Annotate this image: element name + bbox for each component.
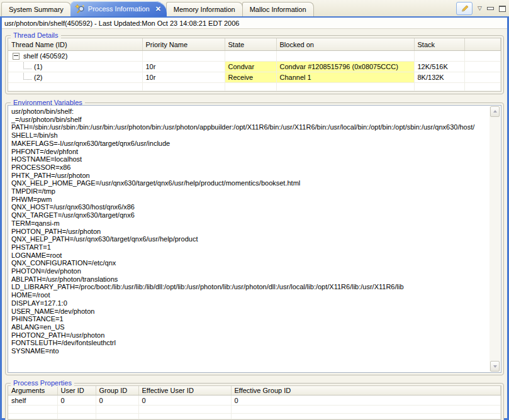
thread-stack[interactable]: 8K/132K bbox=[414, 72, 464, 83]
process-title-bar: usr/photon/bin/shelf(450592) - Last Upda… bbox=[2, 18, 507, 29]
table-row-thread-2[interactable]: (2) 10r Receive Channel 1 8K/132K bbox=[8, 72, 501, 83]
properties-table-header: Arguments User ID Group ID Effective Use… bbox=[8, 386, 501, 395]
thread-priority[interactable]: 10r bbox=[142, 72, 225, 83]
tab-label: Process Information bbox=[88, 5, 150, 13]
tab-process-information[interactable]: Process Information ✕ bbox=[70, 1, 167, 16]
thread-blocked-on[interactable]: Condvar #1208515796 (0x08075CCC) bbox=[276, 62, 414, 72]
prop-arguments[interactable]: shelf bbox=[8, 395, 57, 406]
table-row-properties[interactable]: shelf 0 0 0 0 bbox=[8, 395, 501, 406]
thread-blocked-on[interactable]: Channel 1 bbox=[276, 72, 414, 83]
maximize-icon[interactable] bbox=[499, 6, 506, 12]
thread-details-table: Thread Name (ID) Priority Name State Blo… bbox=[8, 38, 501, 91]
view-tab-bar: System Summary Process Information ✕ Mem… bbox=[0, 0, 509, 16]
col-state[interactable]: State bbox=[225, 38, 276, 51]
tab-system-summary[interactable]: System Summary bbox=[1, 2, 71, 16]
view-menu-icon[interactable]: ▽ bbox=[478, 6, 482, 11]
thread-details-group: Thread Details Thread Name (ID) Priority… bbox=[5, 35, 504, 94]
pencil-icon bbox=[460, 4, 469, 13]
process-information-view: usr/photon/bin/shelf(450592) - Last Upda… bbox=[0, 16, 509, 420]
col-group-id[interactable]: Group ID bbox=[96, 386, 138, 395]
environment-text: usr/photon/bin/shelf: _=/usr/photon/bin/… bbox=[11, 108, 486, 371]
tab-memory-information[interactable]: Memory Information bbox=[166, 2, 243, 16]
environment-variables-group: Environment Variables usr/photon/bin/she… bbox=[5, 102, 504, 375]
tab-label: Memory Information bbox=[174, 6, 235, 13]
annotate-button[interactable] bbox=[456, 2, 473, 15]
tab-malloc-information[interactable]: Malloc Information bbox=[242, 2, 314, 16]
environment-variables-box: usr/photon/bin/shelf: _=/usr/photon/bin/… bbox=[8, 105, 501, 373]
table-row-process[interactable]: shelf (450592) bbox=[8, 51, 501, 62]
table-row-thread-1[interactable]: (1) 10r Condvar Condvar #1208515796 (0x0… bbox=[8, 62, 501, 72]
col-priority-name[interactable]: Priority Name bbox=[142, 38, 225, 51]
prop-user-id[interactable]: 0 bbox=[57, 395, 96, 406]
col-blocked-on[interactable]: Blocked on bbox=[276, 38, 414, 51]
thread-table-header: Thread Name (ID) Priority Name State Blo… bbox=[8, 38, 501, 51]
tab-label: Malloc Information bbox=[250, 6, 306, 13]
thread-id: (1) bbox=[34, 63, 42, 70]
process-title: usr/photon/bin/shelf(450592) - Last Upda… bbox=[4, 19, 239, 27]
table-filler-row bbox=[8, 83, 501, 91]
thread-priority[interactable]: 10r bbox=[142, 62, 225, 72]
process-properties-table: Arguments User ID Group ID Effective Use… bbox=[8, 386, 501, 419]
col-effective-user-id[interactable]: Effective User ID bbox=[138, 386, 231, 395]
thread-id: (2) bbox=[34, 74, 42, 81]
process-name: shelf (450592) bbox=[23, 52, 67, 60]
col-arguments[interactable]: Arguments bbox=[8, 386, 57, 395]
minimize-icon[interactable] bbox=[487, 7, 494, 10]
col-extra bbox=[464, 38, 501, 51]
process-properties-title: Process Properties bbox=[11, 379, 74, 387]
view-toolbar: ▽ bbox=[456, 2, 506, 15]
thread-state[interactable]: Receive bbox=[225, 72, 276, 83]
thread-details-title: Thread Details bbox=[11, 31, 61, 39]
scroll-up-icon[interactable] bbox=[490, 106, 500, 117]
prop-effective-group-id[interactable]: 0 bbox=[231, 395, 501, 406]
table-empty-row bbox=[8, 406, 501, 414]
thread-state[interactable]: Condvar bbox=[225, 62, 276, 72]
thread-stack[interactable]: 12K/516K bbox=[414, 62, 464, 72]
prop-group-id[interactable]: 0 bbox=[96, 395, 138, 406]
col-effective-group-id[interactable]: Effective Group ID bbox=[231, 386, 501, 395]
process-properties-group: Process Properties Arguments User ID Gro… bbox=[5, 383, 504, 420]
process-information-icon bbox=[75, 4, 85, 14]
col-thread-name[interactable]: Thread Name (ID) bbox=[8, 38, 142, 51]
col-stack[interactable]: Stack bbox=[414, 38, 464, 51]
close-tab-icon[interactable]: ✕ bbox=[155, 6, 161, 13]
tab-label: System Summary bbox=[9, 6, 64, 13]
environment-scrollbar[interactable] bbox=[489, 106, 500, 372]
collapse-expander-icon[interactable] bbox=[13, 53, 20, 60]
tree-connector bbox=[23, 62, 31, 69]
scroll-down-icon[interactable] bbox=[490, 361, 500, 372]
col-user-id[interactable]: User ID bbox=[57, 386, 96, 395]
tree-connector bbox=[23, 72, 31, 80]
prop-effective-user-id[interactable]: 0 bbox=[138, 395, 231, 406]
table-empty-row bbox=[8, 414, 501, 419]
